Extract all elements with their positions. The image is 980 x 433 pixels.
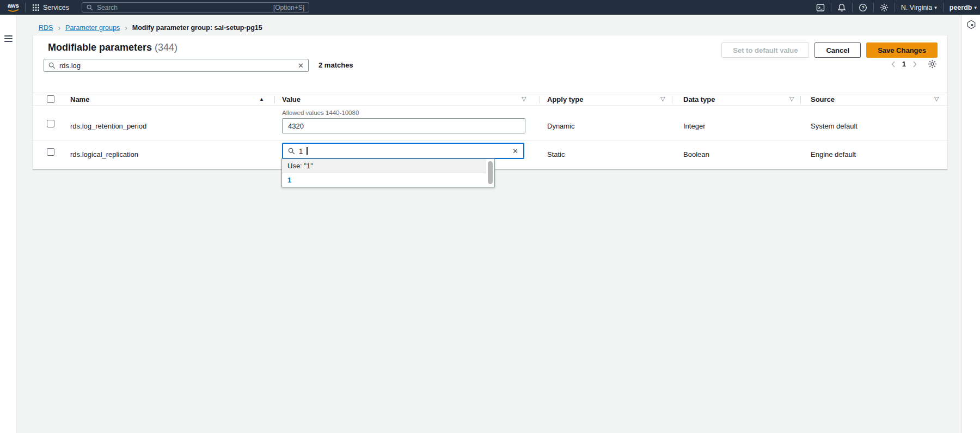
column-divider [800,96,801,103]
sort-ascending-icon[interactable]: ▲ [259,96,264,102]
column-header-name[interactable]: Name [70,95,89,103]
breadcrumb-parameter-groups-link[interactable]: Parameter groups [65,24,120,32]
data-type-filter-icon[interactable]: ▽ [789,95,794,102]
value-search-combobox[interactable]: 1 ✕ [282,143,524,159]
breadcrumb-current: Modify parameter group: sai-setup-pg15 [132,24,262,32]
cloudshell-icon[interactable] [816,3,825,12]
combobox-query-text: 1 [299,147,303,155]
filter-value: rds.log [59,62,294,70]
row-checkbox[interactable] [47,148,54,156]
aws-logo[interactable]: aws [6,2,21,13]
row-checkbox[interactable] [47,120,54,127]
help-icon[interactable]: ? [859,3,867,12]
column-divider [274,96,275,103]
source-filter-icon[interactable]: ▽ [934,95,939,102]
right-tools-rail [961,15,980,433]
region-label: N. Virginia [901,4,932,11]
apply-type-cell: Dynamic [547,122,575,130]
clear-filter-icon[interactable]: ✕ [298,62,304,69]
svg-text:?: ? [861,5,864,10]
breadcrumb-rds-link[interactable]: RDS [39,24,53,32]
match-count: 2 matches [318,61,353,69]
page-title-text: Modifiable parameters [48,42,152,53]
modifiable-parameters-card: Modifiable parameters (344) Set to defau… [33,35,947,169]
top-navigation-bar: aws Services Search [Option+S] [0,0,980,15]
value-filter-icon[interactable]: ▽ [522,95,526,102]
data-type-cell: Integer [683,122,705,130]
parameter-count: (344) [155,42,177,53]
left-nav-rail [0,15,16,433]
apply-type-cell: Static [547,150,565,158]
services-label: Services [43,4,69,11]
column-header-source[interactable]: Source [811,95,835,103]
suggestion-option[interactable]: 1 [282,173,486,187]
search-shortcut-hint: [Option+S] [273,4,304,11]
side-panel-hexagon-icon[interactable] [966,20,976,29]
column-header-value[interactable]: Value [282,95,301,103]
chevron-right-icon: › [125,24,127,32]
set-to-default-button[interactable]: Set to default value [721,42,809,58]
value-input[interactable]: 4320 [282,118,525,133]
data-type-cell: Boolean [683,150,709,158]
global-search-placeholder: Search [97,4,270,11]
source-cell: System default [811,122,857,130]
parameter-name: rds.logical_replication [70,150,138,158]
source-cell: Engine default [811,150,856,158]
chevron-down-icon: ▾ [934,5,937,10]
aws-logo-text: aws [8,2,19,9]
table-row: rds.log_retention_period Allowed values … [33,106,947,141]
parameter-name: rds.log_retention_period [70,122,146,130]
region-selector[interactable]: N. Virginia ▾ [901,4,937,11]
column-header-data-type[interactable]: Data type [683,95,715,103]
topbar-divider [25,3,26,12]
app-grid-icon [33,4,39,11]
topbar-divider [943,3,944,12]
next-page-icon[interactable] [912,61,917,68]
page-title: Modifiable parameters (344) [48,42,177,53]
breadcrumb: RDS › Parameter groups › Modify paramete… [39,24,262,32]
allowed-values-hint: Allowed values 1440-10080 [282,109,359,116]
previous-page-icon[interactable] [891,61,896,68]
value-input-text: 4320 [288,122,304,130]
column-divider [540,96,540,103]
clear-combobox-icon[interactable]: ✕ [512,148,518,155]
chevron-right-icon: › [58,24,60,32]
table-header-row: Name ▲ Value ▽ Apply type ▽ Data type ▽ … [33,93,947,106]
search-icon [288,148,295,155]
select-all-checkbox[interactable] [47,95,54,103]
chevron-down-icon: ▾ [974,5,977,10]
search-icon [48,62,56,69]
settings-gear-icon[interactable] [880,3,889,12]
text-cursor [307,147,308,155]
account-label: peerdb [950,4,972,11]
column-divider [672,96,672,103]
account-menu[interactable]: peerdb ▾ [950,4,977,11]
notifications-bell-icon[interactable] [837,3,846,12]
cancel-button[interactable]: Cancel [814,42,861,58]
topbar-divider [831,3,831,12]
search-icon [87,4,93,11]
services-menu[interactable]: Services [33,0,69,15]
value-suggestions-dropdown: Use: "1" 1 [281,158,495,187]
dropdown-scrollbar[interactable] [488,161,493,184]
topbar-divider [895,3,895,12]
menu-hamburger-icon[interactable] [4,35,13,44]
save-changes-button[interactable]: Save Changes [866,42,938,58]
table-preferences-gear-icon[interactable] [928,59,937,69]
use-freetext-option[interactable]: Use: "1" [282,159,486,173]
parameter-filter-input[interactable]: rds.log ✕ [44,59,309,72]
global-search-input[interactable]: Search [Option+S] [82,2,309,13]
column-header-apply-type[interactable]: Apply type [547,95,583,103]
topbar-divider [852,3,853,12]
topbar-divider [873,3,874,12]
apply-type-filter-icon[interactable]: ▽ [660,95,665,102]
current-page-number[interactable]: 1 [902,60,906,68]
